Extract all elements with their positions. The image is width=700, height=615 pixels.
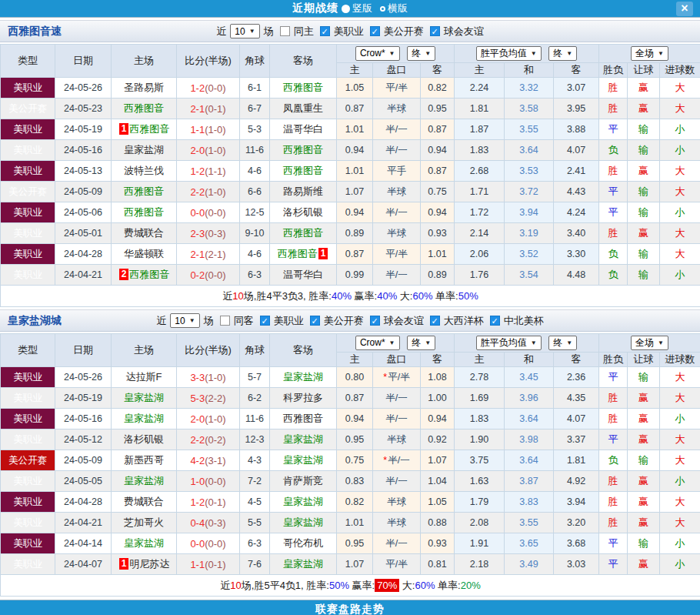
result-outcome: 平 [599,554,628,575]
team-name: 明尼苏达 [129,558,169,570]
league-filter-checkbox[interactable]: ✓ [320,26,330,36]
close-icon[interactable]: × [676,2,693,16]
match-score: 2-1(2-1) [177,244,240,265]
asian-away-odds: 0.92 [421,429,455,450]
odds-stage-select[interactable]: 终▼ [407,336,435,350]
result-handicap: 赢 [628,554,660,575]
halftime-score: (0-3) [205,517,225,529]
corners: 6-7 [240,99,270,119]
avg-stage-select[interactable]: 终▼ [548,336,577,350]
league-filter-checkbox[interactable]: ✓ [310,316,320,326]
same-venue-checkbox[interactable] [280,26,290,36]
asian-home-odds: 0.94 [337,202,373,223]
odds-stage-select[interactable]: 终▼ [407,46,435,61]
fulltime-score: 2-1 [190,103,205,115]
chevron-down-icon: ▼ [389,50,395,57]
radio-horizontal-layout[interactable] [380,6,385,12]
asian-handicap-line: 平/半 [373,554,421,575]
competition-badge: 美职业 [1,492,55,513]
halftime-score: (3-1) [205,455,225,466]
team-name: 肯萨斯竞 [283,475,323,486]
chevron-down-icon: ▼ [425,339,431,346]
asian-away-odds: 1.08 [421,367,455,388]
avg-draw-odds: 3.72 [505,182,554,202]
result-goals: 大 [660,429,700,450]
asian-away-odds: 1.01 [421,244,455,265]
scope-select[interactable]: 全场▼ [631,336,668,350]
halftime-score: (0-1) [205,103,225,115]
fulltime-score: 5-3 [190,393,205,404]
corners: 9-10 [240,223,270,244]
fulltime-score: 0-2 [190,269,205,281]
result-handicap: 输 [628,367,660,388]
match-row: 美职业24-04-14皇家盐湖0-0(0-0)6-3哥伦布机0.95半/一0.9… [1,533,700,554]
radio-vertical-layout[interactable] [342,5,350,13]
bookmaker-select[interactable]: Crow*▼ [355,46,400,61]
match-row: 美职业24-05-26圣路易斯1-2(0-0)6-1西雅图音1.05平/半0.8… [1,78,700,99]
radio-horizontal-label[interactable]: 横版 [388,2,408,15]
scope-select[interactable]: 全场▼ [631,46,668,61]
away-team: 皇家盐湖 [270,429,337,450]
summary-row: 近10场,胜4平3负3, 胜率:40% 赢率:40% 大:60% 单率:50% [1,286,700,307]
match-date: 24-04-28 [55,492,112,513]
result-outcome: 平 [599,119,628,140]
asian-home-odds: 1.01 [337,119,373,140]
summary-stat: 60% [412,290,432,302]
asian-handicap-line: 半球 [373,492,421,513]
bookmaker-select[interactable]: Crow*▼ [355,336,400,350]
avg-home-odds: 1.69 [455,388,505,409]
team-name: 科罗拉多 [283,392,323,403]
halftime-score: (0-0) [205,538,225,550]
chevron-down-icon: ▼ [425,50,431,57]
competition-badge: 美公开赛 [1,182,55,202]
match-row: 美职业24-05-191西雅图音1-1(1-0)5-3温哥华白1.01半/一0.… [1,119,700,140]
col-header-date: 日期 [55,334,112,367]
same-venue-label: 同客 [234,314,254,328]
match-count-select[interactable]: 10▼ [230,24,259,38]
asian-away-odds: 0.95 [421,99,455,119]
fulltime-score: 1-1 [190,559,205,570]
radio-vertical-label[interactable]: 竖版 [352,2,372,15]
corners: 5-3 [240,119,270,140]
summary-row: 近10场,胜5平4负1, 胜率:50% 赢率:70% 大:60% 单率:20% [1,575,700,597]
avg-odds-select[interactable]: 胜平负均值▼ [476,46,542,61]
league-filter-checkbox[interactable]: ✓ [370,316,380,326]
competition-badge: 美职业 [1,78,55,99]
asian-home-odds: 0.94 [337,409,373,429]
corners: 11-6 [240,409,270,429]
competition-badge: 美职业 [1,513,55,533]
asian-home-odds: 0.87 [337,388,373,409]
league-filter-checkbox[interactable]: ✓ [430,26,440,36]
team-name: 芝加哥火 [124,516,164,528]
handicap-count-badge: 1 [119,123,129,135]
match-count-select[interactable]: 10▼ [170,313,199,328]
summary-stat: 70% [375,579,399,592]
team-name: 费城联合 [124,227,164,239]
summary-stat: 近 [222,290,232,302]
league-filter-label: 美职业 [274,314,304,328]
league-filter-checkbox[interactable]: ✓ [260,316,270,326]
league-filter-checkbox[interactable]: ✓ [490,316,500,326]
avg-draw-odds: 3.54 [505,265,554,286]
same-venue-checkbox[interactable] [220,316,230,326]
league-filter-checkbox[interactable]: ✓ [370,26,380,36]
avg-draw-odds: 3.53 [505,161,554,182]
home-team: 皇家盐湖 [112,533,177,554]
asian-away-odds: 0.94 [421,409,455,429]
fulltime-score: 2-1 [190,249,205,260]
summary-stat: 赢率: [352,290,377,302]
avg-stage-select[interactable]: 终▼ [548,46,577,61]
avg-home-odds: 2.78 [455,367,505,388]
result-handicap: 输 [628,533,660,554]
halftime-score: (0-3) [205,228,225,239]
league-filter-checkbox[interactable]: ✓ [430,316,440,326]
chevron-down-icon: ▼ [566,50,572,57]
asian-handicap-line: *半/一 [373,450,421,471]
fulltime-score: 1-2 [190,82,205,94]
team-name: 皇家盐湖 [283,558,323,570]
result-goals: 大 [660,161,700,182]
team-name: 温哥华白 [283,123,323,135]
avg-odds-select[interactable]: 胜平负均值▼ [476,336,542,350]
team-name: 皇家盐湖 [124,475,164,486]
match-row: 美职业24-05-16皇家盐湖2-0(1-0)11-6西雅图音0.94半/一0.… [1,409,700,429]
